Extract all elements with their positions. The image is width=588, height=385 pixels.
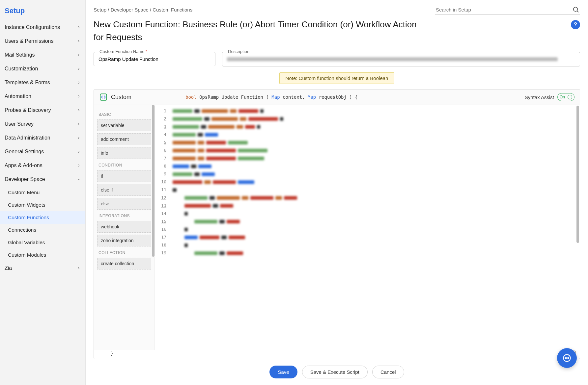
syntax-assist-label: Syntax Assist	[525, 94, 554, 100]
cancel-button[interactable]: Cancel	[372, 366, 404, 378]
sub-item-custom-functions[interactable]: Custom Functions	[0, 211, 85, 224]
chevron-down-icon	[77, 177, 81, 181]
chat-fab[interactable]	[557, 348, 577, 368]
snippet-else-if[interactable]: else if	[97, 184, 151, 196]
page-title: New Custom Function: Business Rule (or) …	[94, 18, 421, 44]
main: Setup / Developer Space / Custom Functio…	[86, 0, 588, 385]
nav-item-developer-space[interactable]: Developer Space	[0, 172, 85, 186]
chevron-right-icon	[77, 94, 81, 98]
nav-item-customization[interactable]: Customization	[0, 62, 85, 76]
sub-item-connections[interactable]: Connections	[0, 224, 85, 236]
nav-item-automation[interactable]: Automation	[0, 90, 85, 103]
svg-point-12	[567, 358, 567, 358]
snippet-info[interactable]: info	[97, 147, 151, 159]
snippet-else[interactable]: else	[97, 198, 151, 210]
footer-actions: Save Save & Execute Script Cancel	[94, 359, 580, 385]
search-icon	[572, 6, 579, 13]
svg-point-0	[574, 7, 578, 12]
snippet-set-variable[interactable]: set variable	[97, 119, 151, 131]
nav-item-data-administration[interactable]: Data Administration	[0, 131, 85, 145]
field-label: Custom Function Name *	[98, 49, 149, 54]
closing-brace: }	[94, 350, 580, 359]
nav-item-mail-settings[interactable]: Mail Settings	[0, 48, 85, 62]
chevron-right-icon	[77, 150, 81, 154]
snippet-if[interactable]: if	[97, 170, 151, 182]
search-box[interactable]	[435, 5, 580, 15]
search-input[interactable]	[436, 7, 570, 13]
code-scrollbar[interactable]	[576, 106, 579, 243]
chevron-right-icon	[77, 39, 81, 43]
description-field: Description	[222, 52, 580, 66]
function-name-input[interactable]	[94, 52, 215, 66]
palette-scrollbar[interactable]	[152, 105, 154, 257]
chevron-right-icon	[77, 164, 81, 167]
nav-item-zia[interactable]: Zia	[0, 261, 85, 275]
sub-item-custom-menu[interactable]: Custom Menu	[0, 186, 85, 199]
code-editor-card: Custom bool OpsRamp_Update_Function ( Ma…	[94, 89, 580, 359]
description-input[interactable]	[222, 52, 580, 66]
help-button[interactable]: ?	[571, 20, 580, 29]
custom-function-icon	[99, 93, 108, 101]
snippet-create-collection[interactable]: create collection	[97, 258, 151, 270]
nav-item-users-permissions[interactable]: Users & Permissions	[0, 34, 85, 48]
chevron-right-icon	[77, 53, 81, 57]
nav-item-general-settings[interactable]: General Settings	[0, 145, 85, 159]
nav-item-instance-configurations[interactable]: Instance Configurations	[0, 20, 85, 34]
svg-point-13	[568, 358, 569, 358]
sub-item-custom-modules[interactable]: Custom Modules	[0, 249, 85, 261]
chevron-right-icon	[77, 136, 81, 140]
nav-item-apps-add-ons[interactable]: Apps & Add-ons	[0, 159, 85, 172]
note-banner: Note: Custom function should return a Bo…	[279, 72, 395, 84]
sub-item-global-variables[interactable]: Global Variables	[0, 236, 85, 249]
function-name-field: Custom Function Name *	[94, 52, 215, 66]
nav-item-user-survey[interactable]: User Survey	[0, 117, 85, 131]
field-label: Description	[227, 49, 251, 54]
snippet-palette: BASICset variableadd commentinfoCONDITIO…	[94, 105, 155, 350]
breadcrumb[interactable]: Setup / Developer Space / Custom Functio…	[94, 7, 192, 13]
nav-item-templates-forms[interactable]: Templates & Forms	[0, 76, 85, 90]
sidebar-title: Setup	[0, 4, 85, 20]
chevron-right-icon	[77, 25, 81, 29]
sub-item-custom-widgets[interactable]: Custom Widgets	[0, 199, 85, 211]
snippet-zoho-integration[interactable]: zoho integration	[97, 235, 151, 246]
chevron-right-icon	[77, 122, 81, 126]
snippet-add-comment[interactable]: add comment	[97, 133, 151, 145]
svg-point-11	[565, 358, 566, 358]
palette-section-title: BASIC	[98, 112, 150, 117]
sidebar: Setup Instance ConfigurationsUsers & Per…	[0, 0, 86, 385]
custom-label: Custom	[111, 94, 131, 101]
syntax-assist-toggle[interactable]: On	[557, 93, 574, 101]
code-editor[interactable]: 12345678910111213141516171819	[155, 105, 580, 350]
palette-section-title: CONDITION	[98, 163, 150, 167]
svg-line-1	[577, 11, 578, 12]
function-signature: bool OpsRamp_Update_Function ( Map conte…	[185, 94, 520, 100]
chevron-right-icon	[77, 81, 81, 85]
save-execute-button[interactable]: Save & Execute Script	[302, 366, 368, 378]
chat-icon	[562, 353, 572, 363]
chevron-right-icon	[77, 108, 81, 112]
nav-item-probes-discovery[interactable]: Probes & Discovery	[0, 103, 85, 117]
snippet-webhook[interactable]: webhook	[97, 221, 151, 233]
palette-section-title: COLLECTION	[98, 250, 150, 255]
chevron-right-icon	[77, 266, 81, 270]
chevron-right-icon	[77, 67, 81, 71]
save-button[interactable]: Save	[269, 366, 297, 378]
svg-rect-2	[100, 94, 107, 100]
palette-section-title: INTEGRATIONS	[98, 214, 150, 218]
